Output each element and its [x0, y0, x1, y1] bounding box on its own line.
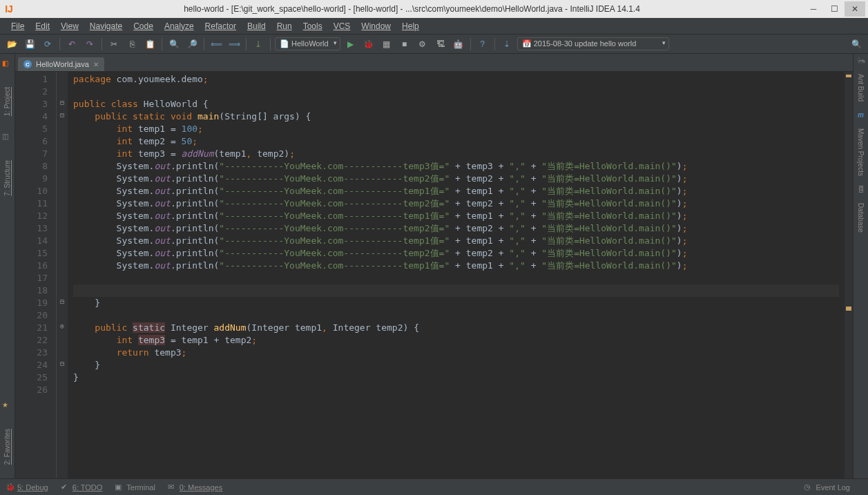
maven-tool-button[interactable]: Maven Projects [857, 128, 865, 176]
coverage-icon[interactable]: ▦ [379, 37, 394, 52]
sync-icon[interactable]: ⟳ [40, 37, 55, 52]
make-icon[interactable]: ⤓ [251, 37, 266, 52]
toolbar: 📂 💾 ⟳ ↶ ↷ ✂ ⎘ 📋 🔍 🔎 ⟸ ⟹ ⤓ 📄 HelloWorld ▶… [0, 35, 868, 54]
search-everywhere-icon[interactable]: 🔍 [849, 37, 864, 52]
maximize-button[interactable]: ☐ [824, 1, 845, 17]
vcs-log-select[interactable]: 📅 2015-08-30 update hello world [517, 37, 669, 50]
menu-view[interactable]: View [55, 19, 84, 33]
replace-icon[interactable]: 🔎 [184, 37, 200, 52]
save-icon[interactable]: 💾 [22, 37, 37, 52]
menu-analyze[interactable]: Analyze [159, 19, 200, 33]
minimize-button[interactable]: ─ [803, 1, 824, 17]
class-file-icon: C [23, 60, 32, 68]
menu-run[interactable]: Run [271, 19, 298, 33]
editor-tabbar: C HelloWorld.java ✕ [15, 54, 853, 72]
sdk-icon[interactable]: 🤖 [451, 37, 466, 52]
run-config-select[interactable]: 📄 HelloWorld [275, 37, 340, 50]
open-icon[interactable]: 📂 [4, 37, 19, 52]
debug-tool-button[interactable]: 🐞5: Debug [6, 483, 48, 492]
event-log-button[interactable]: ◷Event Log [804, 483, 850, 492]
right-tool-strip: 🐜 Ant Build m Maven Projects 🗄 Database [853, 54, 868, 478]
code-editor[interactable]: package com.youmeek.demo;public class He… [68, 72, 845, 478]
menu-vcs[interactable]: VCS [328, 19, 356, 33]
menu-code[interactable]: Code [128, 19, 159, 33]
menu-edit[interactable]: Edit [30, 19, 55, 33]
database-tool-icon[interactable]: 🗄 [858, 186, 865, 193]
close-tab-icon[interactable]: ✕ [93, 61, 99, 68]
favorites-tool-button[interactable]: 2: Favorites [3, 429, 11, 465]
menu-file[interactable]: File [6, 19, 30, 33]
help-icon[interactable]: ? [475, 37, 490, 52]
structure-tool-icon[interactable]: ◫ [2, 133, 13, 144]
debug-icon[interactable]: 🐞 [361, 37, 376, 52]
project-tool-icon[interactable]: ◧ [2, 59, 13, 70]
ant-tool-icon[interactable]: 🐜 [857, 57, 865, 64]
editor-tab[interactable]: C HelloWorld.java ✕ [18, 57, 104, 71]
folding-gutter[interactable]: ⊟⊟⊟⊚⊟ [57, 72, 68, 478]
project-tool-button[interactable]: 1: Project [3, 87, 11, 116]
favorites-tool-icon[interactable]: ★ [2, 401, 13, 412]
menu-build[interactable]: Build [242, 19, 271, 33]
stop-icon[interactable]: ■ [397, 37, 412, 52]
bottom-tool-strip: 🐞5: Debug ✔6: TODO ▣Terminal ✉0: Message… [0, 478, 868, 495]
menu-help[interactable]: Help [396, 19, 425, 33]
line-number-gutter[interactable]: 1234567891011121314151617181920212223242… [15, 72, 57, 478]
todo-tool-button[interactable]: ✔6: TODO [61, 483, 103, 492]
error-marker-strip[interactable] [845, 72, 853, 478]
database-tool-button[interactable]: Database [857, 203, 865, 233]
window-title: hello-world - [E:\git_work_space\hello-w… [21, 4, 803, 14]
forward-icon[interactable]: ⟹ [226, 37, 242, 52]
messages-tool-button[interactable]: ✉0: Messages [168, 483, 222, 492]
project-structure-icon[interactable]: 🏗 [433, 37, 448, 52]
ide-settings-icon[interactable]: ⚙ [415, 37, 430, 52]
menu-window[interactable]: Window [356, 19, 396, 33]
maven-tool-icon[interactable]: m [858, 111, 864, 119]
paste-icon[interactable]: 📋 [142, 37, 157, 52]
undo-icon[interactable]: ↶ [64, 37, 79, 52]
close-button[interactable]: ✕ [845, 1, 865, 17]
run-icon[interactable]: ▶ [343, 37, 358, 52]
vcs-update-icon[interactable]: ⇣ [499, 37, 514, 52]
editor-tab-label: HelloWorld.java [36, 60, 89, 68]
terminal-tool-button[interactable]: ▣Terminal [115, 483, 155, 492]
structure-tool-button[interactable]: 7: Structure [3, 160, 11, 196]
left-tool-strip: ◧ 1: Project ◫ 7: Structure ★ 2: Favorit… [0, 54, 15, 478]
cut-icon[interactable]: ✂ [106, 37, 122, 52]
titlebar: IJ hello-world - [E:\git_work_space\hell… [0, 0, 868, 18]
copy-icon[interactable]: ⎘ [124, 37, 139, 52]
menubar: File Edit View Navigate Code Analyze Ref… [0, 18, 868, 35]
menu-tools[interactable]: Tools [298, 19, 328, 33]
back-icon[interactable]: ⟸ [209, 37, 224, 52]
find-icon[interactable]: 🔍 [166, 37, 182, 52]
app-logo-icon: IJ [3, 3, 15, 15]
ant-tool-button[interactable]: Ant Build [857, 74, 865, 101]
editor-area: C HelloWorld.java ✕ 12345678910111213141… [15, 54, 853, 478]
menu-navigate[interactable]: Navigate [84, 19, 128, 33]
redo-icon[interactable]: ↷ [82, 37, 97, 52]
menu-refactor[interactable]: Refactor [200, 19, 242, 33]
